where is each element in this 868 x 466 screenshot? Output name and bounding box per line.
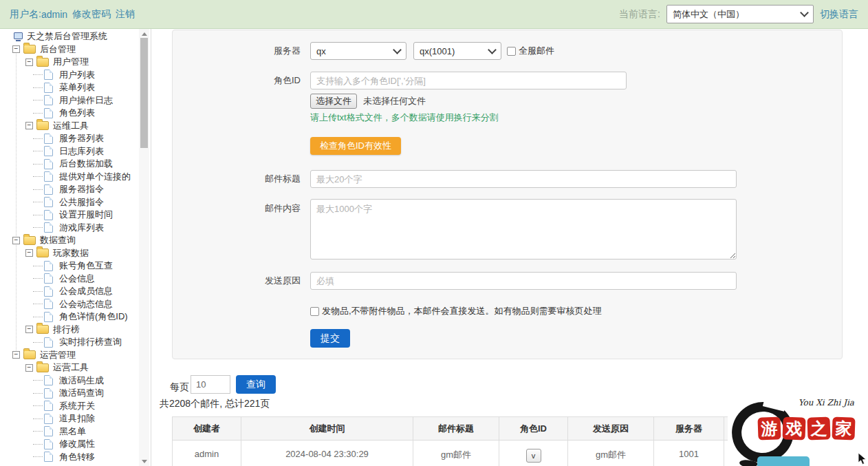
tree-connector xyxy=(33,266,43,266)
logout-link[interactable]: 注销 xyxy=(116,8,135,21)
tree-connector xyxy=(33,431,43,432)
tree-folder-26[interactable]: −运营工具 xyxy=(0,361,151,374)
file-icon xyxy=(44,171,53,182)
tree-leaf-27[interactable]: 激活码生成 xyxy=(0,374,151,388)
tree-leaf-21[interactable]: 公会动态信息 xyxy=(0,298,151,311)
mail-title-input[interactable] xyxy=(310,170,737,188)
logo-script-text: You Xi Zhi Jia xyxy=(799,398,854,407)
tree-leaf-33[interactable]: 角色转移 xyxy=(0,451,151,464)
server-select[interactable]: qx(1001) xyxy=(413,42,501,60)
send-item-label: 发物品,不带附件物品，本邮件会直接发送。如有物品则需要审核页处理 xyxy=(322,305,602,317)
tree-leaf-18[interactable]: 账号角色互查 xyxy=(0,260,151,273)
server-group-select[interactable]: qx xyxy=(310,42,406,60)
mouse-cursor-icon xyxy=(858,453,867,466)
tree-leaf-31[interactable]: 黑名单 xyxy=(0,425,151,438)
logo-stamp-char: 戏 xyxy=(782,416,805,440)
send-item-checkbox[interactable] xyxy=(310,307,319,316)
tree-leaf-15[interactable]: 游戏库列表 xyxy=(0,222,151,235)
tree-leaf-12[interactable]: 服务器指令 xyxy=(0,183,151,196)
tree-leaf-13[interactable]: 公共服指令 xyxy=(0,196,151,209)
query-button[interactable]: 查询 xyxy=(236,375,276,394)
collapse-toggle[interactable]: − xyxy=(25,122,33,129)
tree-root[interactable]: 天之禁后台管理系统 xyxy=(0,30,151,43)
tree-connector xyxy=(33,189,43,190)
tree-connector xyxy=(33,291,43,292)
result-summary: 共2208个邮件, 总计221页 xyxy=(160,398,270,410)
username-label: 用户名: xyxy=(10,8,41,21)
tree-item-label: 提供对单个连接的 xyxy=(59,171,131,183)
tree-leaf-24[interactable]: 实时排行榜查询 xyxy=(0,336,151,349)
tree-connector xyxy=(33,419,43,419)
tree-item-label: 实时排行榜查询 xyxy=(59,336,122,348)
role-id-input[interactable] xyxy=(310,72,627,89)
tree-leaf-5[interactable]: 用户操作日志 xyxy=(0,94,151,107)
collapse-toggle[interactable]: − xyxy=(25,364,33,372)
sidebar-tree: 天之禁后台管理系统−后台管理−用户管理用户列表菜单列表用户操作日志角色列表−运维… xyxy=(0,30,151,463)
collapse-toggle[interactable]: − xyxy=(25,59,33,66)
collapse-toggle[interactable]: − xyxy=(12,351,20,359)
tree-leaf-8[interactable]: 服务器列表 xyxy=(0,132,151,145)
tree-connector xyxy=(33,227,43,228)
tree-leaf-9[interactable]: 日志库列表 xyxy=(0,145,151,158)
send-reason-input[interactable] xyxy=(310,272,737,290)
file-icon xyxy=(44,197,53,207)
file-icon xyxy=(44,312,53,322)
folder-icon xyxy=(23,45,36,54)
tree-item-label: 激活码查询 xyxy=(59,387,104,399)
tree-leaf-22[interactable]: 角色详情(角色ID) xyxy=(0,310,151,324)
tree-folder-23[interactable]: −排行榜 xyxy=(0,324,151,337)
tree-leaf-20[interactable]: 公会成员信息 xyxy=(0,285,151,298)
tree-folder-25[interactable]: −运营管理 xyxy=(0,349,151,362)
tree-leaf-3[interactable]: 用户列表 xyxy=(0,69,151,82)
tree-folder-2[interactable]: −用户管理 xyxy=(0,56,151,69)
tree-leaf-19[interactable]: 公会信息 xyxy=(0,273,151,286)
change-password-link[interactable]: 修改密码 xyxy=(72,8,111,21)
tree-folder-16[interactable]: −数据查询 xyxy=(0,234,151,247)
sidebar-scrollbar[interactable] xyxy=(139,29,149,466)
row-action-button[interactable] xyxy=(757,456,810,466)
tree-leaf-6[interactable]: 角色列表 xyxy=(0,107,151,120)
mail-content-textarea[interactable] xyxy=(310,199,737,260)
tree-leaf-29[interactable]: 系统开关 xyxy=(0,400,151,413)
tree-leaf-10[interactable]: 后台数据加载 xyxy=(0,158,151,171)
scroll-up-button[interactable] xyxy=(139,29,149,39)
topbar: 用户名:admin 修改密码 注销 当前语言: 简体中文（中国） 切换语言 xyxy=(0,0,868,29)
collapse-toggle[interactable]: − xyxy=(12,45,20,53)
column-header: 邮件标题 xyxy=(413,417,499,441)
tree-leaf-28[interactable]: 激活码查询 xyxy=(0,387,151,400)
tree-leaf-14[interactable]: 设置开服时间 xyxy=(0,209,151,222)
column-header: 服务器 xyxy=(654,417,724,441)
choose-file-button[interactable]: 选择文件 xyxy=(310,94,357,109)
file-icon xyxy=(44,299,53,309)
all-server-mail-checkbox[interactable] xyxy=(507,47,516,56)
tree-item-label: 服务器指令 xyxy=(59,183,104,195)
collapse-toggle[interactable]: − xyxy=(25,249,33,257)
tree-folder-17[interactable]: −玩家数据 xyxy=(0,247,151,260)
scrollbar-thumb[interactable] xyxy=(140,38,148,148)
role-id-expand-button[interactable]: v xyxy=(526,449,541,463)
language-select[interactable]: 简体中文（中国） xyxy=(666,5,814,23)
username-value: admin xyxy=(41,9,67,20)
tree-item-label: 服务器列表 xyxy=(59,132,104,145)
switch-language-link[interactable]: 切换语言 xyxy=(820,8,858,21)
check-role-id-button[interactable]: 检查角色ID有效性 xyxy=(310,137,401,155)
tree-item-label: 游戏库列表 xyxy=(59,222,104,234)
tree-leaf-30[interactable]: 道具扣除 xyxy=(0,412,151,425)
tree-folder-1[interactable]: −后台管理 xyxy=(0,43,151,56)
sidebar: 天之禁后台管理系统−后台管理−用户管理用户列表菜单列表用户操作日志角色列表−运维… xyxy=(0,29,151,466)
cell-created-time: 2024-08-04 23:30:29 xyxy=(241,441,413,466)
tree-leaf-11[interactable]: 提供对单个连接的 xyxy=(0,171,151,184)
tree-item-label: 排行榜 xyxy=(53,324,80,336)
tree-item-label: 菜单列表 xyxy=(59,81,95,94)
tree-leaf-32[interactable]: 修改属性 xyxy=(0,438,151,451)
scroll-down-button[interactable] xyxy=(139,456,149,466)
file-icon xyxy=(44,70,53,80)
collapse-toggle[interactable]: − xyxy=(12,237,20,244)
tree-folder-7[interactable]: −运维工具 xyxy=(0,120,151,133)
submit-button[interactable]: 提交 xyxy=(310,329,350,348)
per-page-input[interactable] xyxy=(191,375,230,394)
file-icon xyxy=(44,375,53,385)
tree-item-label: 运营工具 xyxy=(53,361,89,374)
collapse-toggle[interactable]: − xyxy=(25,326,33,333)
tree-leaf-4[interactable]: 菜单列表 xyxy=(0,81,151,94)
